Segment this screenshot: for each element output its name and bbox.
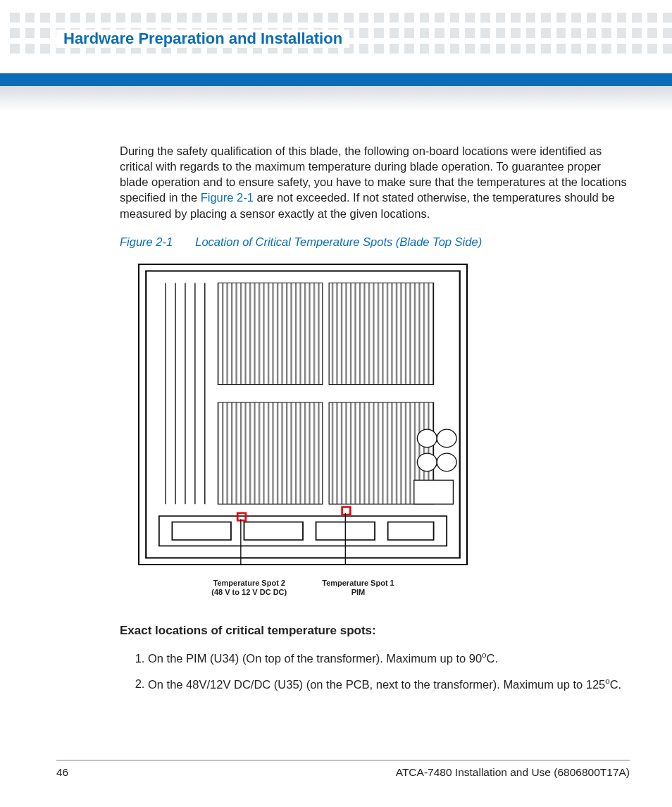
page-footer: 46 ATCA-7480 Installation and Use (68068… (56, 760, 630, 779)
svg-point-20 (417, 429, 437, 447)
svg-point-21 (437, 429, 456, 447)
page-number: 46 (56, 766, 68, 779)
svg-rect-6 (218, 283, 322, 385)
figure-title: Location of Critical Temperature Spots (… (195, 235, 482, 248)
header-divider-bar (0, 73, 672, 86)
loc2-text-a: On the 48V/12V DC/DC (U35) (on the PCB, … (148, 677, 605, 690)
svg-rect-7 (329, 283, 433, 385)
figure-crossref-link[interactable]: Figure 2-1 (201, 191, 254, 204)
board-illustration (139, 265, 466, 564)
loc2-text-b: C. (610, 677, 622, 690)
loc1-text-a: On the PIM (U34) (On top of the transfor… (148, 652, 482, 665)
spot1-line1: Temperature Spot 1 (322, 579, 394, 589)
board-outline (138, 264, 468, 565)
temp-spot-1-label: Temperature Spot 1 PIM (322, 579, 394, 598)
figure-number: Figure 2-1 (120, 235, 173, 248)
list-item: On the PIM (U34) (On top of the transfor… (148, 649, 627, 667)
locations-list: On the PIM (U34) (On top of the transfor… (120, 649, 627, 692)
doc-title-footer: ATCA-7480 Installation and Use (6806800T… (396, 766, 630, 779)
spot2-line2: (48 V to 12 V DC DC) (211, 588, 287, 598)
spot1-line2: PIM (322, 588, 394, 598)
svg-rect-8 (218, 402, 322, 504)
temp-spot-2-label: Temperature Spot 2 (48 V to 12 V DC DC) (211, 579, 287, 598)
figure-caption: Figure 2-1Location of Critical Temperatu… (120, 234, 627, 250)
header-shadow (0, 86, 672, 111)
section-title: Hardware Preparation and Installation (56, 30, 349, 48)
svg-rect-16 (172, 522, 231, 540)
svg-rect-24 (414, 480, 454, 504)
svg-rect-19 (388, 522, 434, 540)
svg-point-22 (417, 453, 437, 471)
figure-callout-labels: Temperature Spot 2 (48 V to 12 V DC DC) … (134, 579, 472, 598)
list-item: On the 48V/12V DC/DC (U35) (on the PCB, … (148, 675, 627, 693)
locations-heading: Exact locations of critical temperature … (120, 623, 627, 639)
svg-rect-17 (244, 522, 303, 540)
figure-diagram: Temperature Spot 2 (48 V to 12 V DC DC) … (134, 259, 472, 598)
spot2-line1: Temperature Spot 2 (211, 579, 287, 589)
dot-row (0, 13, 672, 23)
svg-point-23 (437, 453, 456, 471)
loc1-text-b: C. (487, 652, 499, 665)
intro-paragraph: During the safety qualification of this … (120, 143, 627, 221)
